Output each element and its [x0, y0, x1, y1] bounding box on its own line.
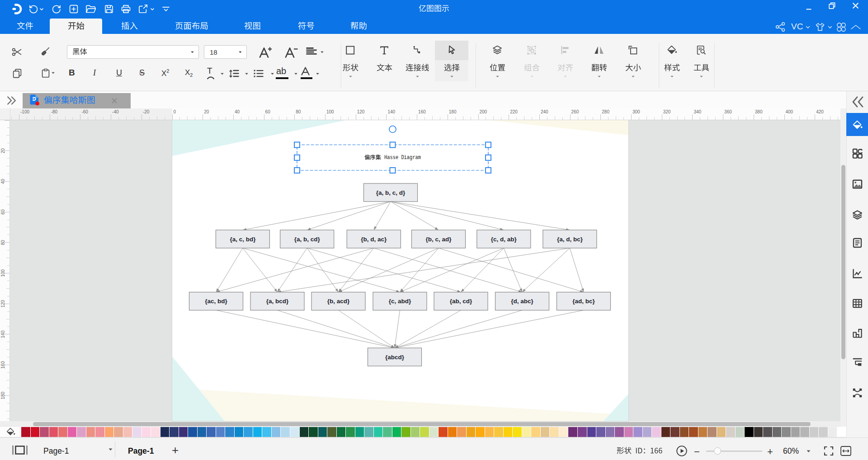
svg-text:{a, c, bd}: {a, c, bd}	[230, 236, 256, 243]
svg-text:120: 120	[357, 109, 365, 114]
svg-text:180: 180	[0, 392, 5, 399]
svg-text:0: 0	[174, 109, 176, 114]
svg-text:60: 60	[265, 109, 271, 114]
svg-text:40: 40	[235, 109, 240, 114]
svg-text:60: 60	[0, 209, 5, 215]
svg-text:300: 300	[632, 109, 640, 114]
svg-text:400: 400	[786, 109, 793, 114]
svg-text:{a, b, cd}: {a, b, cd}	[294, 236, 321, 243]
svg-text:{ad, bc}: {ad, bc}	[572, 298, 595, 305]
svg-text:380: 380	[755, 109, 763, 114]
svg-text:-80: -80	[51, 109, 58, 114]
svg-text:280: 280	[602, 109, 609, 114]
svg-text:140: 140	[387, 109, 395, 114]
svg-text:100: 100	[0, 269, 5, 277]
svg-text:{ac, bd}: {ac, bd}	[205, 298, 227, 305]
svg-text:{a, bcd}: {a, bcd}	[266, 298, 289, 305]
svg-text:340: 340	[693, 109, 701, 114]
svg-text:260: 260	[571, 109, 579, 114]
svg-text:{b, d, ac}: {b, d, ac}	[361, 236, 387, 243]
svg-text:-100: -100	[20, 109, 29, 114]
svg-text:220: 220	[510, 109, 518, 114]
svg-text:80: 80	[0, 240, 5, 245]
svg-text:{d, abc}: {d, abc}	[511, 298, 533, 305]
svg-text:{c, d, ab}: {c, d, ab}	[491, 236, 517, 243]
svg-text:{a, b, c, d}: {a, b, c, d}	[376, 189, 406, 196]
svg-text:360: 360	[724, 109, 732, 114]
svg-text:180: 180	[449, 109, 457, 114]
svg-text:320: 320	[663, 109, 671, 114]
svg-text:100: 100	[326, 109, 334, 114]
svg-text:Hasse Diagram: Hasse Diagram	[384, 155, 421, 161]
svg-text:160: 160	[418, 109, 426, 114]
svg-text:-40: -40	[112, 109, 119, 114]
svg-text:-60: -60	[81, 109, 88, 114]
svg-text:{b, acd}: {b, acd}	[327, 298, 350, 305]
svg-text:420: 420	[816, 109, 824, 114]
svg-text:{ab, cd}: {ab, cd}	[450, 298, 472, 305]
svg-text:{b, c, ad}: {b, c, ad}	[425, 236, 452, 243]
svg-text:{abcd}: {abcd}	[385, 354, 405, 361]
svg-text:240: 240	[541, 109, 548, 114]
svg-text:140: 140	[0, 330, 5, 338]
svg-text:120: 120	[0, 300, 5, 307]
svg-text:20: 20	[0, 148, 5, 154]
svg-text:20: 20	[204, 109, 209, 114]
svg-text:{c, abd}: {c, abd}	[389, 298, 411, 305]
svg-text:-20: -20	[143, 109, 150, 114]
svg-text:80: 80	[296, 109, 301, 114]
svg-text:200: 200	[480, 109, 487, 114]
svg-text:{a, d, bc}: {a, d, bc}	[557, 236, 583, 243]
svg-text:160: 160	[0, 361, 5, 369]
svg-text:40: 40	[0, 178, 5, 184]
